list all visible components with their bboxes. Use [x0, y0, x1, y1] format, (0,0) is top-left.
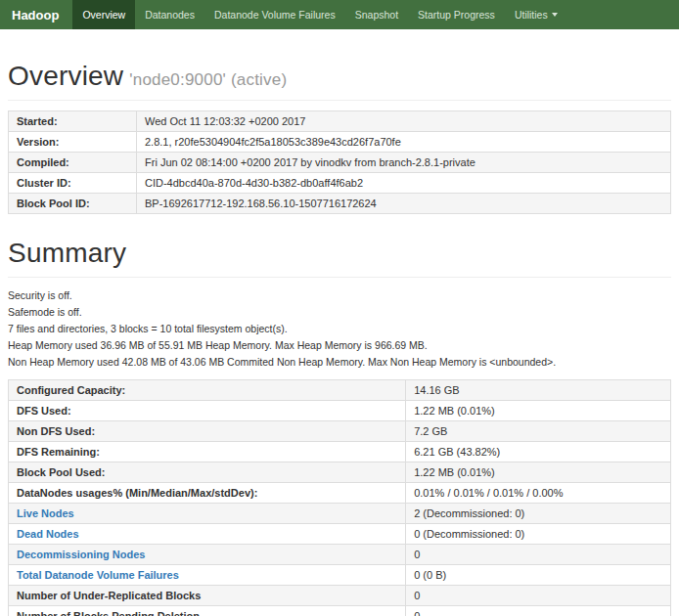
row-value: CID-4dbcd40a-870d-4d30-b382-db0aff4f6ab2 [137, 173, 671, 194]
row-value: 7.2 GB [406, 421, 671, 442]
table-row: Block Pool Used: 1.22 MB (0.01%) [9, 462, 671, 483]
row-value: 0 [406, 545, 671, 565]
summary-status-text: Security is off. Safemode is off. 7 file… [8, 289, 671, 368]
top-navbar: Hadoop Overview Datanodes Datanode Volum… [0, 0, 679, 29]
dead-nodes-link[interactable]: Dead Nodes [17, 528, 79, 540]
row-value: 6.21 GB (43.82%) [406, 442, 671, 462]
tab-utilities-dropdown[interactable]: Utilities [505, 0, 567, 29]
caret-down-icon [552, 13, 558, 17]
table-row: Started: Wed Oct 11 12:03:32 +0200 2017 [9, 111, 671, 132]
row-label: Number of Under-Replicated Blocks [9, 586, 406, 606]
row-value: 2 (Decommissioned: 0) [406, 504, 671, 524]
row-label: Decommissioning Nodes [9, 545, 406, 565]
row-label: Number of Blocks Pending Deletion [9, 606, 406, 616]
row-value: Wed Oct 11 12:03:32 +0200 2017 [137, 111, 671, 132]
row-label: DFS Used: [9, 401, 406, 421]
table-row: Configured Capacity: 14.16 GB [9, 380, 671, 401]
row-value: 1.22 MB (0.01%) [406, 462, 671, 483]
table-row: Number of Under-Replicated Blocks 0 [9, 586, 671, 606]
row-label: Block Pool ID: [9, 194, 137, 214]
row-value: 0 [406, 606, 671, 616]
safemode-status: Safemode is off. [8, 306, 671, 318]
row-value: 0 (Decommissioned: 0) [406, 524, 671, 545]
row-label: Live Nodes [9, 504, 406, 524]
tab-snapshot[interactable]: Snapshot [345, 0, 408, 29]
table-row: Version: 2.8.1, r20fe5304904fc2f5a18053c… [9, 132, 671, 153]
non-heap-memory-status: Non Heap Memory used 42.08 MB of 43.06 M… [8, 356, 671, 368]
row-value: 0 [406, 586, 671, 606]
row-label: DataNodes usages% (Min/Median/Max/stdDev… [9, 483, 406, 504]
hadoop-brand[interactable]: Hadoop [0, 0, 72, 29]
row-value: 0.01% / 0.01% / 0.01% / 0.00% [406, 483, 671, 504]
row-label: Started: [9, 111, 137, 132]
table-row: Non DFS Used: 7.2 GB [9, 421, 671, 442]
table-row: DataNodes usages% (Min/Median/Max/stdDev… [9, 483, 671, 504]
tab-datanode-volume-failures[interactable]: Datanode Volume Failures [204, 0, 345, 29]
table-row: Number of Blocks Pending Deletion 0 [9, 606, 671, 616]
heap-memory-status: Heap Memory used 36.96 MB of 55.91 MB He… [8, 339, 671, 351]
row-value: 1.22 MB (0.01%) [406, 401, 671, 421]
cluster-info-table: Started: Wed Oct 11 12:03:32 +0200 2017 … [8, 110, 671, 214]
table-row: Live Nodes 2 (Decommissioned: 0) [9, 504, 671, 524]
row-label: DFS Remaining: [9, 442, 406, 462]
row-value: Fri Jun 02 08:14:00 +0200 2017 by vinodk… [137, 153, 671, 173]
row-label: Version: [9, 132, 137, 153]
filesystem-objects-status: 7 files and directories, 3 blocks = 10 t… [8, 323, 671, 334]
row-value: 0 (0 B) [406, 565, 671, 586]
row-value: BP-1692617712-192.168.56.10-150771617262… [137, 194, 671, 214]
row-label: Dead Nodes [9, 524, 406, 545]
tab-startup-progress[interactable]: Startup Progress [408, 0, 505, 29]
summary-table: Configured Capacity: 14.16 GB DFS Used: … [8, 379, 671, 616]
namenode-subtitle: 'node0:9000' (active) [129, 70, 287, 89]
overview-title: Overview [8, 61, 123, 91]
row-label: Cluster ID: [9, 173, 137, 194]
page-title: Overview'node0:9000' (active) [8, 61, 671, 92]
table-row: Dead Nodes 0 (Decommissioned: 0) [9, 524, 671, 545]
row-label: Non DFS Used: [9, 421, 406, 442]
nav-items: Overview Datanodes Datanode Volume Failu… [72, 0, 566, 29]
table-row: Block Pool ID: BP-1692617712-192.168.56.… [9, 194, 671, 214]
total-datanode-volume-failures-link[interactable]: Total Datanode Volume Failures [17, 569, 179, 581]
table-row: Cluster ID: CID-4dbcd40a-870d-4d30-b382-… [9, 173, 671, 194]
overview-header: Overview'node0:9000' (active) [8, 61, 671, 101]
tab-overview[interactable]: Overview [72, 0, 135, 29]
security-status: Security is off. [8, 289, 671, 301]
row-label: Block Pool Used: [9, 462, 406, 483]
summary-header: Summary [8, 238, 671, 278]
table-row: Compiled: Fri Jun 02 08:14:00 +0200 2017… [9, 153, 671, 173]
utilities-label: Utilities [515, 9, 548, 21]
live-nodes-link[interactable]: Live Nodes [17, 507, 74, 519]
row-label: Compiled: [9, 153, 137, 173]
main-content: Overview'node0:9000' (active) Started: W… [0, 61, 679, 616]
row-value: 2.8.1, r20fe5304904fc2f5a18053c389e43cd2… [137, 132, 671, 153]
row-label: Configured Capacity: [9, 380, 406, 401]
table-row: Decommissioning Nodes 0 [9, 545, 671, 565]
table-row: Total Datanode Volume Failures 0 (0 B) [9, 565, 671, 586]
decommissioning-nodes-link[interactable]: Decommissioning Nodes [17, 549, 145, 560]
row-value: 14.16 GB [406, 380, 671, 401]
summary-title: Summary [8, 238, 671, 269]
row-label: Total Datanode Volume Failures [9, 565, 406, 586]
table-row: DFS Remaining: 6.21 GB (43.82%) [9, 442, 671, 462]
tab-datanodes[interactable]: Datanodes [135, 0, 204, 29]
table-row: DFS Used: 1.22 MB (0.01%) [9, 401, 671, 421]
